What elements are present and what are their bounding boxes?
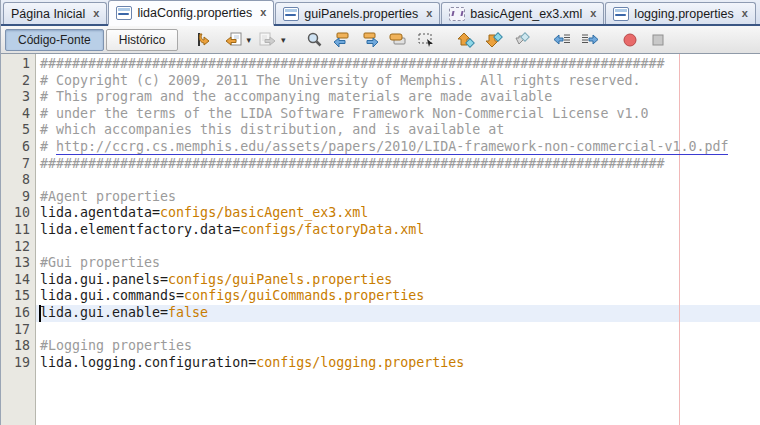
line-number: 6 xyxy=(1,139,36,156)
toggle-highlight-search-icon[interactable] xyxy=(385,28,411,52)
line-number: 4 xyxy=(1,106,36,123)
line-text: ########################################… xyxy=(36,56,664,73)
tab-close-icon[interactable]: x xyxy=(742,8,748,19)
shift-left-icon[interactable] xyxy=(549,28,575,52)
property-key: lida.elementfactory.data= xyxy=(40,222,240,237)
line-text xyxy=(36,239,40,256)
property-key: lida.logging.configuration= xyxy=(40,355,256,370)
start-macro-recording-icon[interactable] xyxy=(617,28,643,52)
line-number: 11 xyxy=(1,222,36,239)
code-line: 19 lida.logging.configuration=configs/lo… xyxy=(1,355,760,372)
line-text: lida.logging.configuration=configs/loggi… xyxy=(36,355,464,372)
tab-close-icon[interactable]: x xyxy=(590,8,596,19)
line-text: # which accompanies this distribution, a… xyxy=(36,122,504,139)
navigate-forward-dropdown-icon[interactable]: ▾ xyxy=(281,35,286,45)
line-text: # This program and the accompanying mate… xyxy=(36,89,552,106)
property-value: configs/logging.properties xyxy=(256,355,464,370)
editor-tab[interactable]: logging.properties x xyxy=(605,2,756,24)
toggle-bookmark-icon[interactable] xyxy=(509,28,535,52)
editor-tab[interactable]: Página Inicial x xyxy=(3,2,107,24)
comment-text: #Gui properties xyxy=(40,255,160,270)
editor-toolbar: Código-Fonte Histórico ▾ ▾ xyxy=(1,26,760,54)
properties-file-icon xyxy=(613,7,629,21)
tab-close-icon[interactable]: x xyxy=(426,8,432,19)
comment-text: ########################################… xyxy=(40,56,664,71)
line-text: # Copyright (c) 2009, 2011 The Universit… xyxy=(36,73,640,90)
code-line: 7 ######################################… xyxy=(1,156,760,173)
line-number: 8 xyxy=(1,172,36,189)
editor-window: Página Inicial x lidaConfig.properties x… xyxy=(0,0,760,425)
code-line: 12 xyxy=(1,239,760,256)
line-number: 17 xyxy=(1,322,36,339)
line-text: lida.elementfactory.data=configs/factory… xyxy=(36,222,424,239)
previous-bookmark-icon[interactable] xyxy=(453,28,479,52)
navigate-forward-icon[interactable] xyxy=(255,28,281,52)
properties-file-icon xyxy=(116,6,132,20)
line-number: 16 xyxy=(1,305,36,322)
comment-text: # This program and the accompanying mate… xyxy=(40,89,552,104)
shift-right-icon[interactable] xyxy=(577,28,603,52)
line-text: lida.gui.panels=configs/guiPanels.proper… xyxy=(36,272,392,289)
tab-close-icon[interactable]: x xyxy=(260,7,266,18)
line-text: #Gui properties xyxy=(36,255,160,272)
tab-label: logging.properties xyxy=(634,7,733,21)
code-line: 13 #Gui properties xyxy=(1,255,760,272)
code-line: 16 lida.gui.enable=false xyxy=(1,305,760,322)
line-number: 19 xyxy=(1,355,36,372)
rectangular-selection-icon[interactable] xyxy=(413,28,439,52)
comment-text: # under the terms of the LIDA Software F… xyxy=(40,106,648,121)
history-view-button[interactable]: Histórico xyxy=(106,29,179,51)
property-key: lida.gui.panels= xyxy=(40,272,168,287)
next-occurrence-icon[interactable] xyxy=(357,28,383,52)
previous-occurrence-icon[interactable] xyxy=(329,28,355,52)
comment-text: # xyxy=(40,139,56,154)
line-number: 5 xyxy=(1,122,36,139)
code-line: 3 # This program and the accompanying ma… xyxy=(1,89,760,106)
line-number: 14 xyxy=(1,272,36,289)
line-text: lida.gui.commands=configs/guiCommands.pr… xyxy=(36,288,424,305)
property-key: lida.agentdata= xyxy=(40,205,160,220)
find-selection-icon[interactable] xyxy=(301,28,327,52)
property-value: configs/factoryData.xml xyxy=(240,222,424,237)
line-text xyxy=(36,322,40,339)
tab-label: basicAgent_ex3.xml xyxy=(470,7,582,21)
line-text: lida.gui.enable=false xyxy=(36,305,208,322)
comment-text: ########################################… xyxy=(40,156,664,171)
comment-text: #Agent properties xyxy=(40,189,176,204)
next-bookmark-icon[interactable] xyxy=(481,28,507,52)
code-line: 1 ######################################… xyxy=(1,56,760,73)
comment-hyperlink[interactable]: http://ccrg.cs.memphis.edu/assets/papers… xyxy=(56,139,728,155)
property-value: configs/basicAgent_ex3.xml xyxy=(160,205,368,220)
code-line: 6 # http://ccrg.cs.memphis.edu/assets/pa… xyxy=(1,139,760,156)
code-line: 8 xyxy=(1,172,760,189)
source-view-button[interactable]: Código-Fonte xyxy=(5,29,104,51)
comment-text: # Copyright (c) 2009, 2011 The Universit… xyxy=(40,73,640,88)
stop-macro-recording-icon[interactable] xyxy=(645,28,671,52)
line-number: 2 xyxy=(1,73,36,90)
editor-tab[interactable]: basicAgent_ex3.xml x xyxy=(441,2,604,24)
line-text: ########################################… xyxy=(36,156,664,173)
navigate-back-icon[interactable] xyxy=(220,28,246,52)
line-number: 7 xyxy=(1,156,36,173)
property-key: lida.gui.enable= xyxy=(40,305,168,320)
xml-file-icon xyxy=(449,7,465,21)
tab-label: guiPanels.properties xyxy=(304,7,418,21)
tab-close-icon[interactable]: x xyxy=(93,8,99,19)
code-line: 5 # which accompanies this distribution,… xyxy=(1,122,760,139)
editor-tab[interactable]: guiPanels.properties x xyxy=(275,2,440,24)
properties-file-icon xyxy=(283,7,299,21)
navigate-back-dropdown-icon[interactable]: ▾ xyxy=(246,35,251,45)
property-value: configs/guiPanels.properties xyxy=(168,272,392,287)
line-number: 18 xyxy=(1,338,36,355)
code-editor[interactable]: 1 ######################################… xyxy=(1,54,760,425)
last-edit-location-icon[interactable] xyxy=(192,28,218,52)
property-value: false xyxy=(168,305,208,320)
line-text: # under the terms of the LIDA Software F… xyxy=(36,106,648,123)
line-number: 12 xyxy=(1,239,36,256)
code-line: 4 # under the terms of the LIDA Software… xyxy=(1,106,760,123)
code-line: 2 # Copyright (c) 2009, 2011 The Univers… xyxy=(1,73,760,90)
line-number: 10 xyxy=(1,205,36,222)
line-number: 3 xyxy=(1,89,36,106)
comment-text: #Logging properties xyxy=(40,338,192,353)
editor-tab[interactable]: lidaConfig.properties x xyxy=(108,0,274,26)
